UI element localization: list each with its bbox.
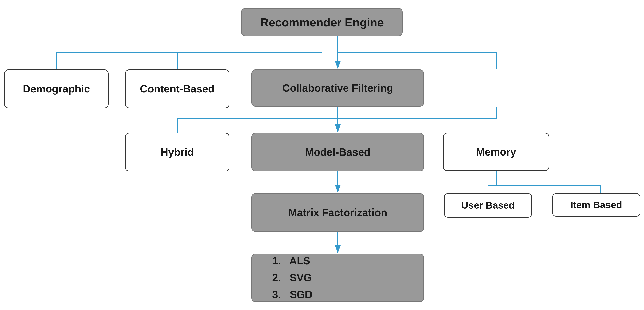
algorithm-svg: 2. SVG [272,269,312,286]
hybrid-label: Hybrid [160,146,194,158]
item-based-label: Item Based [570,199,622,210]
model-based-node: Model-Based [252,133,424,171]
recommender-engine-node: Recommender Engine [241,8,403,36]
content-based-node: Content-Based [125,69,230,108]
matrix-factorization-label: Matrix Factorization [288,206,387,219]
matrix-factorization-node: Matrix Factorization [252,193,424,232]
algorithm-sgd: 3. SGD [272,286,312,303]
collaborative-filtering-node: Collaborative Filtering [252,69,424,107]
memory-label: Memory [476,146,516,158]
demographic-label: Demographic [23,83,90,95]
recommender-engine-label: Recommender Engine [260,15,384,29]
user-based-label: User Based [462,200,515,211]
collaborative-filtering-label: Collaborative Filtering [282,82,393,94]
demographic-node: Demographic [4,69,108,108]
content-based-label: Content-Based [140,83,215,95]
algorithm-als: 1. ALS [272,253,310,269]
item-based-node: Item Based [552,193,640,217]
model-based-label: Model-Based [305,146,370,158]
memory-node: Memory [443,133,549,171]
diagram-container: Recommender Engine Demographic Content-B… [0,0,644,310]
user-based-node: User Based [444,193,532,218]
algorithms-node: 1. ALS 2. SVG 3. SGD [252,254,424,302]
hybrid-node: Hybrid [125,133,230,171]
